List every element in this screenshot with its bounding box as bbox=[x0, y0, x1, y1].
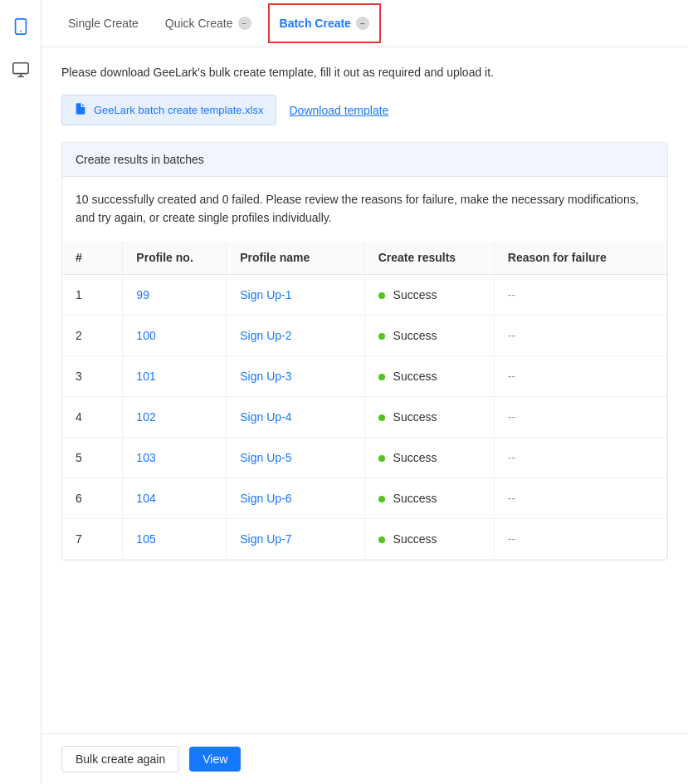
mobile-icon[interactable] bbox=[7, 13, 34, 40]
cell-num-6: 7 bbox=[62, 518, 123, 559]
cell-num-1: 2 bbox=[62, 315, 123, 355]
table-row: 5 103 Sign Up-5 Success -- bbox=[62, 437, 667, 478]
cell-result-2: Success bbox=[364, 355, 494, 396]
results-header: Create results in batches bbox=[62, 143, 667, 177]
cell-profile-name-2[interactable]: Sign Up-3 bbox=[227, 355, 365, 396]
result-text-2: Success bbox=[393, 370, 437, 383]
result-text-3: Success bbox=[393, 410, 437, 424]
table-row: 7 105 Sign Up-7 Success -- bbox=[62, 518, 667, 559]
cell-num-0: 1 bbox=[62, 274, 123, 315]
file-box[interactable]: GeeLark batch create template.xlsx bbox=[61, 95, 276, 125]
cell-result-1: Success bbox=[364, 315, 494, 355]
tab-single-create-label: Single Create bbox=[68, 17, 139, 30]
table-row: 3 101 Sign Up-3 Success -- bbox=[62, 355, 667, 396]
cell-result-0: Success bbox=[364, 274, 494, 315]
success-dot-2 bbox=[378, 374, 385, 380]
cell-profile-name-0[interactable]: Sign Up-1 bbox=[227, 274, 365, 315]
cell-num-2: 3 bbox=[62, 355, 123, 396]
result-text-0: Success bbox=[393, 288, 437, 301]
cell-num-4: 5 bbox=[62, 437, 123, 478]
cell-profile-name-4[interactable]: Sign Up-5 bbox=[227, 437, 365, 478]
footer: Bulk create again View bbox=[41, 733, 688, 784]
results-table-container[interactable]: # Profile no. Profile name Create result… bbox=[62, 241, 667, 560]
col-header-num: # bbox=[62, 241, 123, 275]
bulk-create-again-button[interactable]: Bulk create again bbox=[61, 746, 179, 772]
table-row: 6 104 Sign Up-6 Success -- bbox=[62, 478, 667, 518]
tab-quick-create[interactable]: Quick Create − bbox=[152, 2, 265, 45]
cell-profile-no-1[interactable]: 100 bbox=[123, 315, 227, 355]
sidebar bbox=[0, 0, 41, 784]
cell-profile-name-3[interactable]: Sign Up-4 bbox=[227, 396, 365, 437]
table-header-row: # Profile no. Profile name Create result… bbox=[62, 241, 667, 275]
cell-failure-6: -- bbox=[494, 518, 666, 559]
success-dot-3 bbox=[378, 414, 385, 421]
result-text-6: Success bbox=[393, 532, 437, 546]
success-dot-5 bbox=[378, 496, 385, 502]
cell-profile-no-0[interactable]: 99 bbox=[123, 274, 227, 315]
cell-profile-name-1[interactable]: Sign Up-2 bbox=[227, 315, 365, 355]
cell-profile-no-5[interactable]: 104 bbox=[123, 478, 227, 518]
desktop-icon[interactable] bbox=[7, 56, 34, 83]
cell-failure-0: -- bbox=[494, 274, 666, 315]
success-dot-0 bbox=[378, 292, 385, 299]
file-name: GeeLark batch create template.xlsx bbox=[94, 104, 264, 116]
cell-failure-2: -- bbox=[494, 355, 666, 396]
cell-profile-no-3[interactable]: 102 bbox=[123, 396, 227, 437]
table-row: 4 102 Sign Up-4 Success -- bbox=[62, 396, 667, 437]
download-template-link[interactable]: Download template bbox=[290, 104, 389, 117]
cell-profile-name-6[interactable]: Sign Up-7 bbox=[227, 518, 365, 559]
result-text-5: Success bbox=[393, 492, 437, 505]
cell-result-5: Success bbox=[364, 478, 494, 518]
success-dot-4 bbox=[378, 455, 385, 462]
cell-failure-1: -- bbox=[494, 315, 666, 355]
cell-failure-5: -- bbox=[494, 478, 666, 518]
success-dot-6 bbox=[378, 537, 385, 543]
cell-profile-no-4[interactable]: 103 bbox=[123, 437, 227, 478]
svg-rect-2 bbox=[12, 63, 27, 74]
view-button[interactable]: View bbox=[189, 747, 241, 772]
results-section: Create results in batches 10 successfull… bbox=[61, 142, 668, 561]
tab-single-create[interactable]: Single Create bbox=[55, 2, 152, 45]
cell-failure-4: -- bbox=[494, 437, 666, 478]
results-summary: 10 successfully created and 0 failed. Pl… bbox=[62, 177, 667, 241]
tab-batch-create-label: Batch Create bbox=[280, 17, 351, 30]
col-header-profile-no: Profile no. bbox=[123, 241, 227, 275]
cell-profile-name-5[interactable]: Sign Up-6 bbox=[227, 478, 365, 518]
result-text-1: Success bbox=[393, 329, 437, 342]
batch-create-close-icon[interactable]: − bbox=[356, 17, 369, 30]
cell-failure-3: -- bbox=[494, 396, 666, 437]
file-upload-area: GeeLark batch create template.xlsx Downl… bbox=[61, 95, 668, 125]
tab-batch-create[interactable]: Batch Create − bbox=[268, 3, 381, 43]
cell-profile-no-6[interactable]: 105 bbox=[123, 518, 227, 559]
cell-result-3: Success bbox=[364, 396, 494, 437]
success-dot-1 bbox=[378, 333, 385, 340]
main-content: Single Create Quick Create − Batch Creat… bbox=[41, 0, 688, 784]
table-row: 1 99 Sign Up-1 Success -- bbox=[62, 274, 667, 315]
col-header-create-results: Create results bbox=[364, 241, 494, 275]
results-table: # Profile no. Profile name Create result… bbox=[62, 241, 667, 560]
col-header-failure: Reason for failure bbox=[494, 241, 666, 275]
description-text: Please download GeeLark's bulk create te… bbox=[61, 64, 668, 81]
cell-profile-no-2[interactable]: 101 bbox=[123, 355, 227, 396]
cell-result-6: Success bbox=[364, 518, 494, 559]
result-text-4: Success bbox=[393, 451, 437, 464]
content-area: Please download GeeLark's bulk create te… bbox=[41, 47, 688, 733]
tab-quick-create-label: Quick Create bbox=[165, 17, 233, 30]
cell-num-3: 4 bbox=[62, 396, 123, 437]
tab-bar: Single Create Quick Create − Batch Creat… bbox=[41, 0, 688, 47]
file-icon bbox=[74, 102, 87, 118]
quick-create-close-icon[interactable]: − bbox=[238, 17, 251, 30]
cell-num-5: 6 bbox=[62, 478, 123, 518]
table-row: 2 100 Sign Up-2 Success -- bbox=[62, 315, 667, 355]
col-header-profile-name: Profile name bbox=[227, 241, 365, 275]
cell-result-4: Success bbox=[364, 437, 494, 478]
